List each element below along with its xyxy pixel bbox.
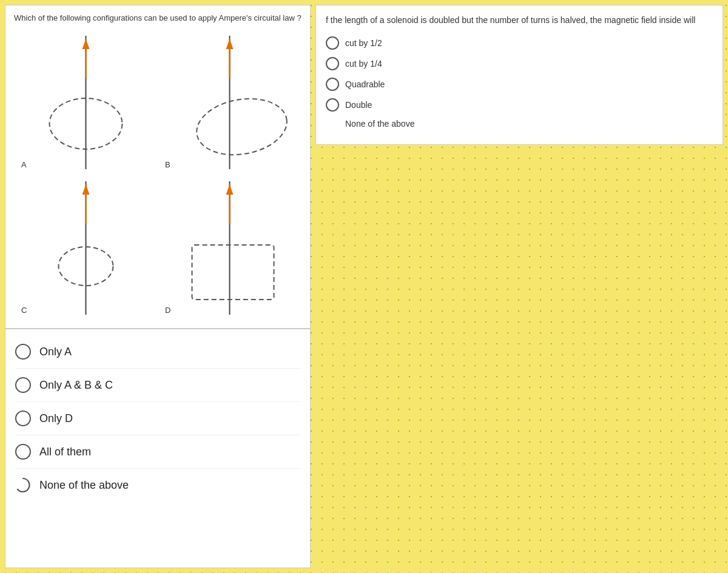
radio-double[interactable] xyxy=(326,98,339,112)
radio-only-abc[interactable] xyxy=(15,377,31,393)
label-none-above-q2: None of the above xyxy=(326,119,414,129)
diagram-c-svg xyxy=(14,175,158,321)
radio-quadrable[interactable] xyxy=(326,78,339,91)
option-only-abc[interactable]: Only A & B & C xyxy=(15,369,300,402)
diagram-cell-d: D xyxy=(158,175,302,321)
option-only-a[interactable]: Only A xyxy=(15,335,300,369)
option-none-above-q1[interactable]: None of the above xyxy=(15,469,300,501)
label-b: B xyxy=(165,160,170,169)
label-only-a: Only A xyxy=(39,346,72,358)
question2-box: f the length of a solenoid is doubled bu… xyxy=(315,5,723,145)
option-quadrable[interactable]: Quadrable xyxy=(326,78,713,91)
left-panel: Which of the following configurations ca… xyxy=(0,0,315,573)
diagram-d-svg xyxy=(158,175,302,321)
question1-box: Which of the following configurations ca… xyxy=(5,5,311,329)
radio-only-a[interactable] xyxy=(15,344,31,360)
diagram-cell-c: C xyxy=(14,175,158,321)
label-cut-quarter: cut by 1/4 xyxy=(345,59,382,69)
option-none-above-q2[interactable]: None of the above xyxy=(326,119,713,129)
partial-radio-svg xyxy=(15,477,31,493)
answers-section-q1: Only A Only A & B & C Only D All of them xyxy=(5,329,311,568)
option-only-d[interactable]: Only D xyxy=(15,402,300,435)
svg-point-7 xyxy=(192,92,291,162)
option-cut-quarter[interactable]: cut by 1/4 xyxy=(326,57,713,70)
option-cut-half[interactable]: cut by 1/2 xyxy=(326,36,713,50)
radio-all-them[interactable] xyxy=(15,444,31,460)
diagram-area: A B xyxy=(14,30,302,321)
label-only-abc: Only A & B & C xyxy=(39,379,113,392)
diagram-b-svg xyxy=(158,30,302,175)
label-none-above-q1: None of the above xyxy=(39,479,129,492)
radio-cut-quarter[interactable] xyxy=(326,57,339,70)
label-double: Double xyxy=(345,100,372,110)
radio-only-d[interactable] xyxy=(15,410,31,426)
question2-text: f the length of a solenoid is doubled bu… xyxy=(326,14,713,27)
question1-text: Which of the following configurations ca… xyxy=(14,13,302,24)
label-d: D xyxy=(165,306,170,315)
diagram-cell-a: A xyxy=(14,30,158,175)
svg-rect-15 xyxy=(192,245,274,300)
radio-none-above-q1[interactable] xyxy=(15,477,31,493)
radio-cut-half[interactable] xyxy=(326,36,339,50)
label-c: C xyxy=(21,306,27,315)
label-only-d: Only D xyxy=(39,412,73,425)
label-a: A xyxy=(21,160,27,169)
label-cut-half: cut by 1/2 xyxy=(345,38,382,48)
label-quadrable: Quadrable xyxy=(345,79,385,89)
label-all-them: All of them xyxy=(39,446,91,458)
right-panel: f the length of a solenoid is doubled bu… xyxy=(315,0,728,573)
diagram-a-svg xyxy=(14,30,158,175)
diagram-cell-b: B xyxy=(158,30,302,175)
option-double[interactable]: Double xyxy=(326,98,713,112)
main-layout: Which of the following configurations ca… xyxy=(0,0,728,573)
option-all-them[interactable]: All of them xyxy=(15,435,300,469)
